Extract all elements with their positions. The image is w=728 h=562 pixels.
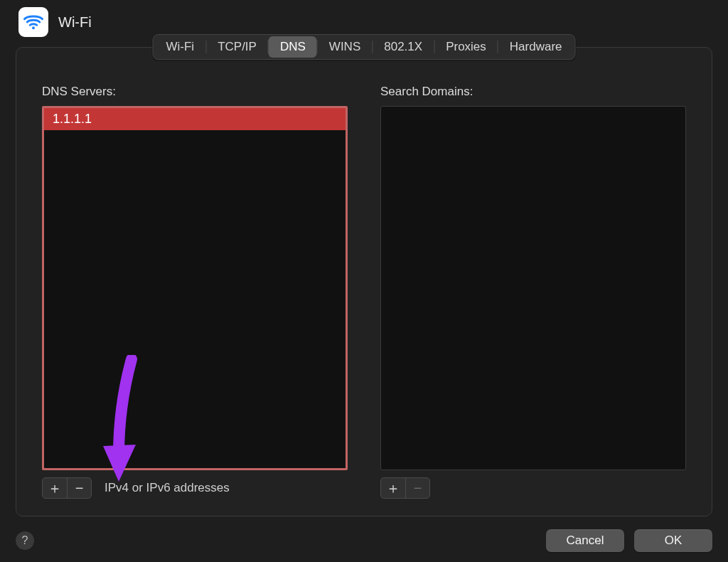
footer: ? Cancel OK	[16, 529, 712, 552]
dns-hint: IPv4 or IPv6 addresses	[105, 481, 230, 495]
ok-button[interactable]: OK	[634, 529, 712, 552]
wifi-app-icon	[18, 7, 48, 37]
dns-server-row[interactable]: 1.1.1.1	[44, 108, 346, 130]
window-title: Wi-Fi	[58, 14, 92, 31]
dns-list-controls: ＋ − IPv4 or IPv6 addresses	[42, 477, 348, 499]
dns-add-remove-group: ＋ −	[42, 477, 92, 499]
tab-bar: Wi-Fi TCP/IP DNS WINS 802.1X Proxies Har…	[152, 34, 575, 60]
wifi-icon	[23, 11, 44, 33]
search-domains-add-button[interactable]: ＋	[381, 478, 405, 498]
search-domains-controls: ＋ −	[380, 477, 686, 499]
dns-column: DNS Servers: 1.1.1.1 ＋ − IPv4 or IPv6 ad…	[42, 85, 348, 499]
search-domains-add-remove-group: ＋ −	[380, 477, 430, 499]
tab-tcpip[interactable]: TCP/IP	[206, 36, 268, 58]
tab-wifi[interactable]: Wi-Fi	[154, 36, 205, 58]
help-button[interactable]: ?	[16, 531, 34, 550]
tab-hardware[interactable]: Hardware	[498, 36, 574, 58]
dns-servers-list[interactable]: 1.1.1.1	[42, 106, 348, 470]
tab-dns[interactable]: DNS	[269, 36, 317, 58]
search-domains-label: Search Domains:	[380, 85, 686, 99]
search-domains-column: Search Domains: ＋ −	[380, 85, 686, 499]
tab-proxies[interactable]: Proxies	[434, 36, 498, 58]
dns-servers-label: DNS Servers:	[42, 85, 348, 99]
svg-point-0	[32, 26, 35, 29]
settings-panel: Wi-Fi TCP/IP DNS WINS 802.1X Proxies Har…	[16, 47, 712, 516]
tab-content: DNS Servers: 1.1.1.1 ＋ − IPv4 or IPv6 ad…	[16, 48, 712, 516]
tab-wins[interactable]: WINS	[318, 36, 372, 58]
tab-8021x[interactable]: 802.1X	[373, 36, 434, 58]
cancel-button[interactable]: Cancel	[546, 529, 624, 552]
dns-remove-button[interactable]: −	[67, 478, 91, 498]
dns-add-button[interactable]: ＋	[43, 478, 67, 498]
search-domains-list[interactable]	[380, 106, 686, 470]
search-domains-remove-button[interactable]: −	[405, 478, 429, 498]
